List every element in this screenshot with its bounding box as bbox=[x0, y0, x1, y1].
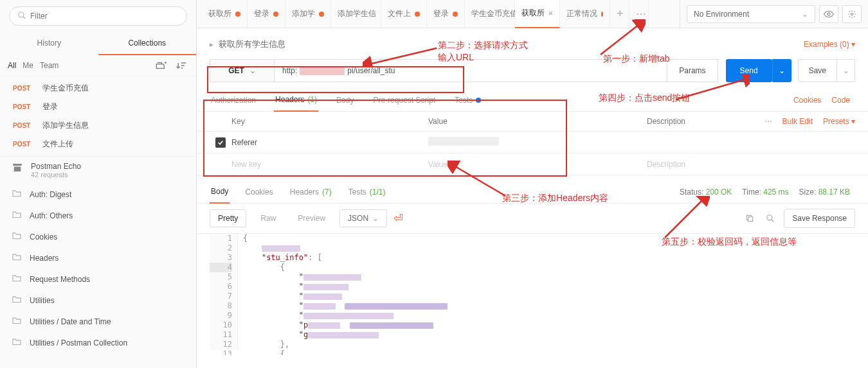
request-tab[interactable]: 添加学 bbox=[285, 0, 331, 28]
scope-all[interactable]: All bbox=[8, 61, 16, 70]
folder-item[interactable]: Request Methods bbox=[0, 268, 196, 290]
folder-item[interactable]: Auth: Digest bbox=[0, 184, 196, 205]
chevron-down-icon: ⌄ bbox=[249, 66, 256, 75]
params-button[interactable]: Params bbox=[667, 59, 718, 82]
cookies-link[interactable]: Cookies bbox=[793, 96, 821, 105]
kv-desc-header: Description bbox=[647, 117, 752, 126]
folder-item[interactable]: Cookies bbox=[0, 226, 196, 247]
bulk-edit-link[interactable]: Bulk Edit bbox=[782, 117, 813, 126]
folder-icon bbox=[12, 295, 22, 306]
folder-name: Utilities / Date and Time bbox=[30, 317, 111, 326]
url-input[interactable]: http: pi/user/all_stu bbox=[274, 59, 667, 82]
scope-team[interactable]: Team bbox=[40, 61, 59, 70]
response-body[interactable]: 1234567891011121314 { "stu_info": [ { " … bbox=[197, 233, 868, 355]
tab-label: 登录 bbox=[433, 8, 449, 19]
resp-tab-headers[interactable]: Headers (7) bbox=[289, 181, 333, 203]
url-blurred bbox=[300, 66, 345, 75]
sidebar-tabs: History Collections bbox=[0, 32, 196, 55]
folder-item[interactable]: Headers bbox=[0, 247, 196, 268]
folder-item[interactable]: Utilities / Date and Time bbox=[0, 311, 196, 332]
send-button[interactable]: Send bbox=[726, 59, 772, 82]
filter-box[interactable] bbox=[9, 6, 187, 26]
format-select[interactable]: JSON ⌄ bbox=[339, 209, 387, 227]
presets-dropdown[interactable]: Presets ▾ bbox=[823, 117, 855, 126]
tab-history[interactable]: History bbox=[0, 32, 98, 55]
topbar: 获取所 登录 添加学 添加学生信 文件上 登录 学生金币充值 获取所× 正常情况… bbox=[197, 0, 868, 28]
pretty-button[interactable]: Pretty bbox=[210, 209, 246, 227]
header-row[interactable]: Referer bbox=[197, 132, 868, 153]
tab-headers[interactable]: Headers (1) bbox=[274, 89, 318, 112]
request-item[interactable]: POST添加学生信息 bbox=[0, 116, 196, 135]
time-label: Time: bbox=[742, 188, 761, 197]
request-tab[interactable]: 文件上 bbox=[381, 0, 427, 28]
copy-icon[interactable] bbox=[743, 212, 757, 225]
environment-preview-icon[interactable] bbox=[819, 5, 838, 23]
expand-icon[interactable]: ▸ bbox=[210, 40, 213, 49]
filter-input[interactable] bbox=[30, 12, 179, 21]
request-tab[interactable]: 登录 bbox=[248, 0, 285, 28]
request-tab[interactable]: 正常情况 bbox=[560, 0, 610, 28]
request-tab[interactable]: 学生金币充值 bbox=[465, 0, 515, 28]
header-value[interactable] bbox=[428, 137, 647, 148]
resp-tab-tests[interactable]: Tests (1/1) bbox=[347, 181, 387, 203]
header-key[interactable]: Referer bbox=[231, 138, 428, 147]
folder-icon bbox=[12, 337, 22, 348]
request-name: 登录 bbox=[42, 101, 58, 112]
line-gutter: 1234567891011121314 bbox=[210, 234, 238, 350]
folder-name: Auth: Others bbox=[30, 211, 73, 220]
send-dropdown[interactable]: ⌄ bbox=[772, 59, 791, 82]
svg-line-1 bbox=[23, 16, 26, 19]
more-icon[interactable]: ⋯ bbox=[764, 117, 772, 126]
response-toolbar: Pretty Raw Preview JSON ⌄ ⏎ Save Respons… bbox=[197, 204, 868, 233]
folder-icon bbox=[12, 274, 22, 285]
request-item[interactable]: POST学生金币充值 bbox=[0, 79, 196, 98]
scope-me[interactable]: Me bbox=[23, 61, 33, 70]
tab-body[interactable]: Body bbox=[335, 89, 355, 111]
url-bar: GET ⌄ http: pi/user/all_stu Params Send … bbox=[197, 57, 868, 89]
environment-select[interactable]: No Environment ⌄ bbox=[687, 5, 815, 23]
close-icon[interactable]: × bbox=[548, 9, 553, 18]
request-name: 添加学生信息 bbox=[42, 120, 89, 131]
request-tab[interactable]: 获取所× bbox=[515, 0, 560, 28]
save-response-button[interactable]: Save Response bbox=[784, 209, 855, 228]
request-tab[interactable]: 获取所 bbox=[202, 0, 248, 28]
sort-icon[interactable] bbox=[174, 59, 188, 72]
tab-collections[interactable]: Collections bbox=[98, 32, 197, 55]
code-link[interactable]: Code bbox=[831, 96, 850, 105]
environment-settings-icon[interactable] bbox=[842, 5, 862, 23]
tab-tests[interactable]: Tests bbox=[453, 89, 482, 111]
resp-tab-cookies[interactable]: Cookies bbox=[244, 181, 274, 203]
size-value: 88.17 KB bbox=[818, 188, 850, 197]
tab-options-icon[interactable]: ⋯ bbox=[629, 0, 649, 28]
request-title-row: ▸ 获取所有学生信息 Examples (0) ▾ bbox=[197, 28, 868, 57]
raw-button[interactable]: Raw bbox=[253, 209, 284, 227]
save-dropdown[interactable]: ⌄ bbox=[837, 59, 855, 82]
new-desc-input[interactable]: Description bbox=[647, 160, 855, 169]
checkbox[interactable] bbox=[215, 137, 226, 148]
new-value-input[interactable]: Value bbox=[428, 160, 647, 169]
request-tab[interactable]: 登录 bbox=[427, 0, 465, 28]
header-new-row[interactable]: New key Value Description bbox=[197, 153, 868, 175]
method-select[interactable]: GET ⌄ bbox=[210, 59, 274, 82]
tab-label: Tests bbox=[455, 96, 473, 105]
preview-button[interactable]: Preview bbox=[290, 209, 333, 227]
new-collection-icon[interactable] bbox=[154, 59, 168, 72]
request-tab[interactable]: 添加学生信 bbox=[331, 0, 381, 28]
search-response-icon[interactable] bbox=[763, 212, 777, 225]
request-name: 文件上传 bbox=[42, 139, 73, 150]
wrap-lines-icon[interactable]: ⏎ bbox=[393, 211, 403, 225]
collection-header[interactable]: Postman Echo 42 requests bbox=[0, 157, 196, 184]
method-label: GET bbox=[228, 66, 244, 75]
folder-item[interactable]: Utilities / Postman Collection bbox=[0, 332, 196, 353]
request-item[interactable]: POST登录 bbox=[0, 98, 196, 116]
folder-item[interactable]: Auth: Others bbox=[0, 205, 196, 226]
new-key-input[interactable]: New key bbox=[231, 160, 428, 169]
examples-dropdown[interactable]: Examples (0) ▾ bbox=[804, 40, 855, 49]
folder-item[interactable]: Utilities bbox=[0, 290, 196, 311]
request-item[interactable]: POST文件上传 bbox=[0, 135, 196, 153]
save-button[interactable]: Save bbox=[798, 59, 837, 82]
new-tab-button[interactable]: + bbox=[610, 0, 629, 28]
resp-tab-body[interactable]: Body bbox=[210, 180, 230, 204]
tab-authorization[interactable]: Authorization bbox=[210, 89, 257, 111]
tab-pre-request[interactable]: Pre-request Script bbox=[372, 89, 437, 111]
